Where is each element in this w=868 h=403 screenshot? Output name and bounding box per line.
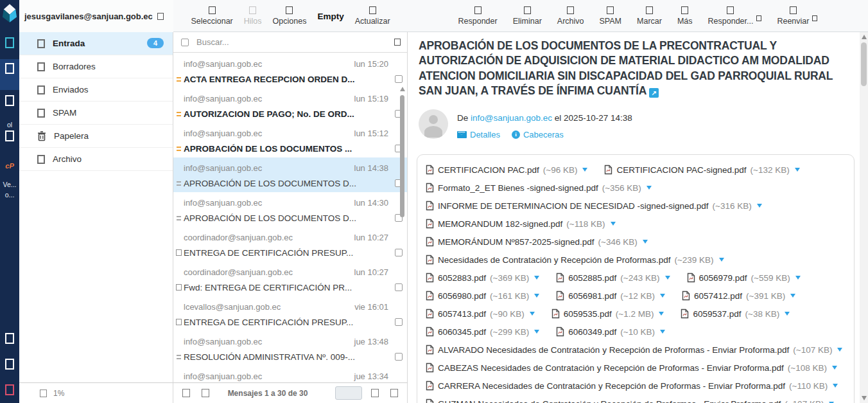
attachment-menu-caret-icon[interactable] [647,186,652,190]
search-bar[interactable]: Buscar... [173,32,407,53]
attachment-menu-caret-icon[interactable] [582,168,587,172]
pager-page-input[interactable] [335,386,362,400]
message-subject-row[interactable]: Fwd: ENTREGA DE CERTIFICACIÓN PR... [173,278,408,296]
detalles-link[interactable]: Detalles [457,130,500,139]
list-item[interactable]: info@sanjuan.gob.eclun 15:19AUTORIZACION… [173,88,408,123]
attachment-chip[interactable]: 6056980.pdf(~161 KB) [426,291,539,301]
attachment-menu-caret-icon[interactable] [832,366,837,370]
list-empty-button[interactable]: Empty [317,12,343,21]
list-item[interactable]: info@sanjuan.gob.ecjue 13:34 [173,366,408,382]
app-icon-3[interactable] [0,130,19,141]
attachment-menu-caret-icon[interactable] [757,204,762,208]
app-icon-2[interactable] [0,95,19,106]
msg-responder-button[interactable]: Responder [458,6,498,26]
message-subject-row[interactable]: RESOLUCIÓN ADMINISTRATIVA Nº. 009-... [173,348,408,366]
attachment-menu-caret-icon[interactable] [833,384,838,388]
attachment-chip[interactable]: Formato_2_ET Bienes -signed-signed.pdf(~… [426,183,652,193]
app-icon-4[interactable] [0,333,19,344]
attachment-chip[interactable]: 6056979.pdf(~559 KB) [687,273,801,283]
reading-pane-scrollbar[interactable] [860,32,868,403]
scrollbar-thumb[interactable] [400,95,404,217]
scroll-down-icon[interactable] [862,396,867,400]
app-icon-5[interactable] [0,359,19,370]
dropdown-caret-icon[interactable] [756,15,761,21]
attachment-menu-caret-icon[interactable] [795,276,801,280]
message-sender-row[interactable]: info@sanjuan.gob.eclun 15:20 [173,53,408,70]
pager-first-icon[interactable] [182,389,190,397]
search-input[interactable]: Buscar... [196,37,386,47]
app-icon-6[interactable] [0,384,19,395]
message-sender-row[interactable]: lcevallos@sanjuan.gob.ecvie 16:01 [173,296,408,313]
msg-marcar-button[interactable]: Marcar [637,6,662,26]
message-subject-row[interactable]: ACTA ENTREGA RECEPCION ORDEN D... [173,70,408,88]
attachment-chip[interactable]: 6060349.pdf(~10 KB) [556,327,665,337]
list-item[interactable]: info@sanjuan.gob.eclun 15:20ACTA ENTREGA… [173,53,408,88]
pager-last-icon[interactable] [390,389,398,397]
attachment-menu-caret-icon[interactable] [534,330,539,334]
attachment-menu-caret-icon[interactable] [659,312,664,316]
account-menu-icon[interactable] [157,13,164,20]
attachment-menu-caret-icon[interactable] [665,276,670,280]
select-all-checkbox[interactable] [181,39,189,46]
sidebar-item-borradores[interactable]: Borradores [19,55,173,78]
attachment-chip[interactable]: 6057413.pdf(~90 KB) [426,309,535,319]
sidebar-item-enviados[interactable]: Enviados [19,78,173,102]
list-seleccionar-button[interactable]: Seleccionar [191,6,232,26]
message-sender-row[interactable]: info@sanjuan.gob.eclun 14:30 [173,192,408,209]
attachment-chip[interactable]: 6052885.pdf(~243 KB) [556,273,670,283]
list-actualizar-button[interactable]: Actualizar [355,6,390,26]
scroll-up-icon[interactable] [862,35,867,39]
attachment-chip[interactable]: 6060345.pdf(~299 KB) [426,327,539,337]
msg-spam-button[interactable]: SPAM [600,6,622,26]
message-sender-row[interactable]: info@sanjuan.gob.ecjue 13:48 [173,331,408,348]
message-subject-row[interactable]: AUTORIZACION DE PAGO; No. DE ORD... [173,105,408,123]
attachment-chip[interactable]: 6056981.pdf(~12 KB) [556,291,665,301]
attachment-chip[interactable]: INFORME DE DETERMINACION DE NECESIDAD -s… [426,201,762,211]
attachment-chip[interactable]: Necesidades de Contratación y Recepción … [426,255,724,265]
message-checkbox[interactable] [395,75,403,83]
attachment-chip[interactable]: GUZMAN Necesidades de Contratación y Rec… [426,399,834,403]
pager-prev-icon[interactable] [202,389,209,397]
tab-label-truncated-3[interactable]: o... [0,191,19,199]
attachment-chip[interactable]: 6052883.pdf(~369 KB) [426,273,539,283]
sender-email-link[interactable]: info@sanjuan.gob.ec [471,113,552,123]
attachment-menu-caret-icon[interactable] [643,240,648,244]
attachment-menu-caret-icon[interactable] [837,348,842,352]
list-hilos-button[interactable]: Hilos [244,6,262,26]
list-item[interactable]: info@sanjuan.gob.eclun 14:38APROBACIÓN D… [173,157,408,192]
list-item[interactable]: info@sanjuan.gob.eclun 14:30APROBACIÓN D… [173,192,408,227]
attachment-chip[interactable]: CERTIFICACION PAC.pdf(~96 KB) [426,165,587,175]
msg-archivo-button[interactable]: Archivo [557,6,584,26]
list-item[interactable]: lcevallos@sanjuan.gob.ecvie 16:01ENTREGA… [173,296,408,331]
message-sender-row[interactable]: info@sanjuan.gob.eclun 14:38 [173,157,408,174]
attachment-chip[interactable]: 6059535.pdf(~1.2 MB) [551,309,664,319]
attachment-menu-caret-icon[interactable] [534,276,539,280]
attachment-chip[interactable]: 6057412.pdf(~391 KB) [682,291,795,301]
message-sender-row[interactable]: info@sanjuan.gob.ecjue 13:34 [173,366,408,382]
message-subject-row[interactable]: APROBACIÓN DE LOS DOCUMENTOS ... [173,139,408,157]
attachment-menu-caret-icon[interactable] [534,294,539,298]
open-in-new-window-icon[interactable]: ↗ [649,88,659,98]
list-item[interactable]: info@sanjuan.gob.ecjue 13:48RESOLUCIÓN A… [173,331,408,366]
sidebar-item-papelera[interactable]: Papelera [19,125,173,148]
list-item[interactable]: info@sanjuan.gob.eclun 15:12APROBACIÓN D… [173,123,408,157]
sidebar-item-entrada[interactable]: Entrada4 [19,32,173,55]
gem-logo-icon[interactable] [0,0,19,27]
message-sender-row[interactable]: coordinador@sanjuan.gob.eclun 10:27 [173,227,408,244]
attachment-menu-caret-icon[interactable] [795,168,800,172]
attachment-chip[interactable]: 6059537.pdf(~38 KB) [681,309,790,319]
msg-eliminar-button[interactable]: Eliminar [513,6,542,26]
search-options-icon[interactable] [394,39,401,46]
attachment-menu-caret-icon[interactable] [611,222,616,226]
attachment-chip[interactable]: ALVARADO Necesidades de Contratación y R… [426,345,842,355]
scroll-up-icon[interactable] [400,87,405,91]
account-header[interactable]: jesusgavilanes@sanjuan.gob.ec [19,0,173,32]
message-sender-row[interactable]: info@sanjuan.gob.eclun 15:12 [173,123,408,139]
attachment-chip[interactable]: MEMORÁNDUM Nº857-2025-signed.pdf(~346 KB… [426,237,648,247]
sidebar-item-archivo[interactable]: Archivo [19,148,173,171]
message-subject-row[interactable]: APROBACIÓN DE LOS DOCUMENTOS D... [173,209,408,227]
tab-label-truncated-1[interactable]: ol [0,121,19,129]
message-subject-row[interactable]: ENTREGA DE CERTIFICACIÓN PRESUP... [173,244,408,262]
attachment-menu-caret-icon[interactable] [785,312,790,316]
attachment-menu-caret-icon[interactable] [530,312,535,316]
